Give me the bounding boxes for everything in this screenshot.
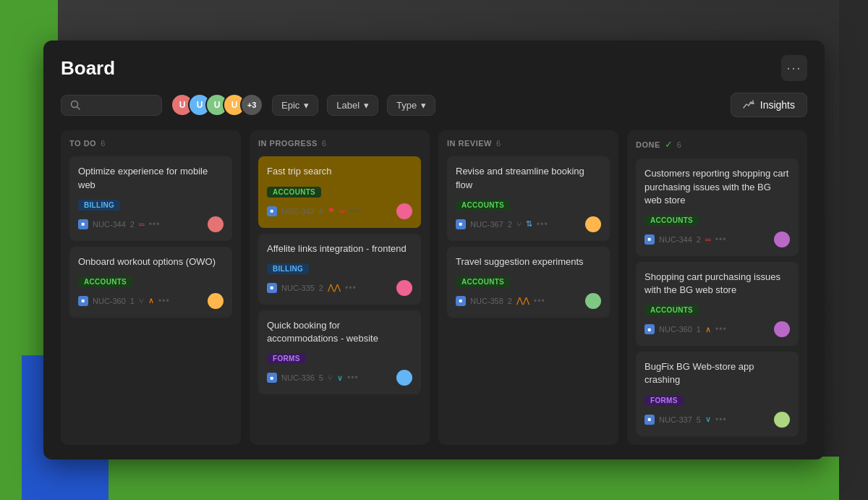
card-icon: ■ (78, 296, 88, 306)
more-options-icon[interactable]: ••• (345, 283, 357, 293)
card-c6-footer: ■ NUC-367 2 ⑂ ⇅ ••• (456, 216, 601, 232)
search-input[interactable] (86, 100, 144, 111)
card-c8-tag: ACCOUNTS (644, 215, 699, 226)
label-label: Label (336, 100, 359, 111)
card-c8-title: Customers reporting shopping cart purcha… (644, 167, 790, 207)
card-c3[interactable]: Fast trip search ACCOUNTS ■ NUC-342 4 ⚑ … (258, 156, 421, 227)
card-c2[interactable]: Onboard workout options (OWO) ACCOUNTS ■… (69, 247, 232, 318)
more-options-icon[interactable]: ••• (715, 324, 727, 334)
more-dots: ··· (786, 61, 801, 76)
card-c5-title: Quick booking for accommodations - websi… (267, 319, 412, 345)
column-done-count: 6 (677, 140, 681, 149)
card-c6-tag: ACCOUNTS (456, 200, 510, 211)
card-c3-tag: ACCOUNTS (267, 187, 321, 198)
priority-icon: ∨ (337, 373, 343, 383)
card-c10-num: 5 (697, 415, 701, 424)
card-c7-id: NUC-358 (470, 297, 503, 305)
card-c2-title: Onboard workout options (OWO) (78, 255, 224, 268)
card-c2-id: NUC-360 (93, 297, 126, 305)
card-c8[interactable]: Customers reporting shopping cart purcha… (636, 158, 799, 256)
label-filter-button[interactable]: Label ▾ (327, 95, 378, 116)
card-c4-id: NUC-335 (281, 284, 315, 292)
column-inreview-header: IN REVIEW 6 (447, 139, 610, 148)
card-c6-id: NUC-367 (470, 220, 503, 229)
epic-filter-button[interactable]: Epic ▾ (272, 95, 318, 116)
more-options-icon[interactable]: ••• (715, 234, 727, 245)
card-c1[interactable]: Optimize experience for mobile web BILLI… (69, 156, 232, 240)
card-c10-avatar (774, 412, 790, 428)
more-options-icon[interactable]: ••• (149, 219, 161, 229)
type-filter-button[interactable]: Type ▾ (387, 95, 435, 116)
card-c5-avatar (396, 370, 412, 386)
card-c7-title: Travel suggestion experiments (456, 255, 601, 268)
card-c5-tag: FORMS (267, 353, 306, 364)
card-c5[interactable]: Quick booking for accommodations - websi… (258, 310, 421, 394)
card-c1-tag: BILLING (78, 200, 120, 211)
column-inprogress-title: IN PROGRESS (258, 139, 318, 148)
column-todo-count: 6 (101, 139, 105, 148)
card-c8-num: 2 (697, 235, 701, 244)
priority-icon: ∨ (705, 415, 711, 424)
more-options-icon[interactable]: ••• (158, 296, 170, 306)
more-options-icon[interactable]: ••• (349, 206, 361, 216)
card-c1-num: 2 (130, 220, 135, 229)
branch-icon: ⑂ (328, 373, 333, 382)
card-c4-title: Affelite links integration - frontend (267, 242, 412, 255)
card-c4-num: 2 (319, 284, 323, 292)
card-c6-title: Revise and streamline booking flow (456, 165, 601, 191)
branch-icon: ⑂ (139, 297, 144, 305)
card-icon: ■ (644, 415, 655, 425)
card-c6[interactable]: Revise and streamline booking flow ACCOU… (447, 156, 610, 240)
card-c9-id: NUC-360 (659, 325, 692, 334)
column-done-header: DONE ✓ 6 (636, 139, 799, 150)
label-chevron-icon: ▾ (364, 100, 369, 111)
svg-line-1 (77, 107, 80, 110)
priority-icon: ∧ (148, 296, 154, 305)
card-c9[interactable]: Shopping cart purchasing issues with the… (636, 262, 799, 346)
more-options-icon[interactable]: ••• (537, 219, 548, 229)
board-header: Board ··· (61, 55, 807, 81)
card-c7[interactable]: Travel suggestion experiments ACCOUNTS ■… (447, 247, 610, 318)
column-inreview-count: 6 (496, 139, 501, 148)
card-c4-tag: BILLING (267, 263, 309, 274)
search-box[interactable] (61, 95, 162, 116)
branch-icon: ⑂ (516, 220, 522, 229)
avatar-count[interactable]: +3 (240, 93, 263, 116)
card-c1-footer: ■ NUC-344 2 ═ ••• (78, 216, 224, 232)
column-inprogress-header: IN PROGRESS 6 (258, 139, 421, 148)
card-c2-footer: ■ NUC-360 1 ⑂ ∧ ••• (78, 293, 224, 309)
insights-icon (743, 99, 754, 111)
card-c2-avatar (208, 293, 224, 309)
card-c10-tag: FORMS (644, 395, 684, 406)
card-c9-avatar (774, 321, 790, 337)
card-c10-title: BugFix BG Web-store app crashing (644, 360, 790, 386)
search-icon (70, 100, 80, 110)
column-todo-title: TO DO (69, 139, 96, 148)
card-c4-footer: ■ NUC-335 2 ⋀⋀ ••• (267, 280, 412, 296)
card-c7-avatar (585, 293, 601, 309)
card-c2-tag: ACCOUNTS (78, 276, 132, 287)
column-done: DONE ✓ 6 Customers reporting shopping ca… (627, 130, 807, 444)
board-container: Board ··· U U U U +3 Epic ▾ Label ▾ (43, 41, 825, 459)
more-options-icon[interactable]: ••• (347, 373, 359, 383)
done-check-icon: ✓ (665, 139, 673, 150)
card-icon: ■ (456, 219, 466, 229)
toolbar: U U U U +3 Epic ▾ Label ▾ Type ▾ Insight… (61, 93, 807, 117)
priority-icon: ═ (339, 207, 345, 216)
card-c4[interactable]: Affelite links integration - frontend BI… (258, 234, 421, 305)
card-c7-tag: ACCOUNTS (456, 276, 510, 287)
column-inreview-title: IN REVIEW (447, 139, 492, 148)
insights-button[interactable]: Insights (731, 93, 807, 117)
card-c6-num: 2 (508, 220, 512, 229)
card-icon: ■ (644, 324, 655, 334)
card-c3-id: NUC-342 (281, 207, 315, 216)
card-c3-footer: ■ NUC-342 4 ⚑ ═ ••• (267, 203, 412, 219)
card-c10[interactable]: BugFix BG Web-store app crashing FORMS ■… (636, 352, 799, 436)
card-c7-footer: ■ NUC-358 2 ⋀⋀ ••• (456, 293, 601, 309)
card-c1-id: NUC-344 (93, 220, 126, 229)
more-options-icon[interactable]: ••• (534, 296, 545, 306)
card-c3-num: 4 (319, 207, 323, 216)
more-options-icon[interactable]: ••• (715, 415, 727, 425)
type-label: Type (396, 100, 417, 111)
more-button[interactable]: ··· (781, 55, 807, 81)
